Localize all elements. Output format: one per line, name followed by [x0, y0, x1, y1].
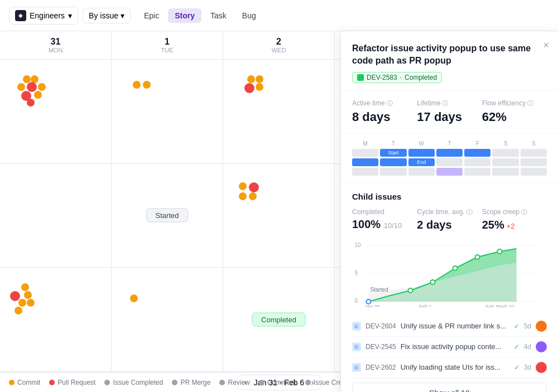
badge-icon: [357, 74, 364, 81]
issue-row-2: S DEV-2545 Fix issue activity popup cont…: [352, 337, 547, 357]
issue-days-3: 3d: [524, 364, 531, 371]
chart-svg: 10 5 0: [352, 240, 547, 307]
filter-dropdown[interactable]: By issue ▾: [83, 8, 131, 23]
filter-chevron-icon: ▾: [121, 11, 124, 20]
issue-check-2: ✓: [514, 343, 519, 351]
commit-dot: [9, 380, 15, 385]
info-icon-3: ⓘ: [527, 99, 533, 108]
svg-text:Feb 1: Feb 1: [419, 304, 432, 307]
lifetime-stat: Lifetime ⓘ 17 days: [417, 99, 482, 124]
issue-completed-label: Issue Completed: [113, 379, 163, 386]
comment-label: Comment: [267, 379, 296, 386]
issue-id-2: DEV-2545: [365, 343, 396, 351]
active-time-label: Active time: [352, 99, 385, 107]
cell-r3-c3: Completed: [223, 268, 335, 372]
issue-row-1: S DEV-2604 Unify issue & PR number link …: [352, 316, 547, 337]
svg-text:S: S: [355, 325, 358, 328]
lifetime-label: Lifetime: [417, 99, 440, 107]
tab-bug[interactable]: Bug: [235, 8, 263, 23]
child-issues-title: Child issues: [352, 192, 547, 201]
show-all-button[interactable]: Show all 10: [352, 383, 547, 392]
svg-point-7: [408, 288, 413, 293]
cell-r1-c3: [223, 60, 335, 164]
cell-r2-c2: Started: [112, 164, 223, 268]
popup-title: Refactor issue activity popup to use sam…: [352, 42, 547, 67]
timeline-section: M T W T F S S Start En: [341, 134, 558, 183]
flow-efficiency-value: 62%: [482, 110, 547, 124]
svg-point-9: [453, 266, 458, 270]
flow-efficiency-label: Flow efficiency: [482, 99, 526, 107]
flow-efficiency-stat: Flow efficiency ⓘ 62%: [482, 99, 547, 124]
active-time-value: 8 days: [352, 110, 417, 124]
review-label: Review: [228, 379, 249, 386]
team-dropdown-icon: ▾: [68, 11, 72, 20]
close-button[interactable]: ×: [543, 40, 549, 50]
issue-days-1: 5d: [524, 322, 531, 330]
tab-story[interactable]: Story: [168, 8, 201, 23]
legend-review: Review: [219, 379, 249, 386]
child-stats: Completed 100% 10/10 Cycle time, avg. ⓘ …: [352, 208, 547, 231]
issue-completed: Completed: [405, 74, 437, 81]
scope-creep-delta: +2: [507, 222, 515, 230]
cell-r2-c3: [223, 164, 335, 268]
issue-check-1: ✓: [514, 322, 519, 330]
issue-icon-1: S: [352, 322, 361, 331]
cell-r2-c1: [0, 164, 112, 268]
tab-task[interactable]: Task: [204, 8, 233, 23]
comment-dot: [259, 380, 264, 385]
active-time-stat: Active time ⓘ 8 days: [352, 99, 417, 124]
completed-stat: Completed 100% 10/10: [352, 208, 417, 231]
legend: Commit Pull Request Issue Completed PR M…: [0, 379, 364, 386]
filter-label: By issue: [89, 11, 118, 20]
issue-text-1: Unify issue & PR number link s...: [401, 322, 509, 330]
issue-text-3: Unify loading state UIs for iss...: [401, 363, 509, 371]
day-header-31: 31MON: [0, 31, 112, 60]
issue-text-2: Fix issue activity popup conte...: [401, 342, 509, 351]
issue-completed-dot: [104, 380, 110, 385]
issue-icon-3: S: [352, 363, 361, 372]
commit-label: Commit: [17, 379, 40, 386]
svg-text:Feb 8Feb 10: Feb 8Feb 10: [486, 304, 514, 307]
legend-issue-completed: Issue Completed: [104, 379, 163, 386]
cell-r3-c2: [112, 268, 223, 372]
issue-id-1: DEV-2604: [365, 322, 396, 330]
tab-epic[interactable]: Epic: [137, 8, 166, 23]
completed-count: 10/10: [384, 221, 402, 230]
lifetime-value: 17 days: [417, 110, 482, 124]
issue-id-3: DEV-2602: [365, 364, 396, 371]
cycle-time-stat: Cycle time, avg. ⓘ 2 days: [417, 208, 482, 231]
completed-stat-label: Completed: [352, 208, 384, 216]
issue-avatar-2: [536, 341, 547, 352]
issue-check-3: ✓: [514, 364, 519, 371]
issue-id: DEV-2583: [367, 74, 397, 81]
legend-commit: Commit: [9, 379, 40, 386]
pr-merge-label: PR Merge: [180, 379, 210, 386]
team-name: Engineers: [30, 11, 65, 20]
scope-creep-value: 25%: [482, 219, 504, 231]
cycle-time-label: Cycle time, avg.: [417, 208, 464, 216]
completed-label: Completed: [252, 313, 306, 327]
pull-request-dot: [49, 380, 55, 385]
child-issues-section: Child issues Completed 100% 10/10 Cycle …: [341, 183, 558, 392]
completed-pct: 100%: [352, 218, 381, 230]
cycle-time-value: 2 days: [417, 219, 482, 231]
issue-days-2: 4d: [524, 343, 531, 351]
issue-avatar-3: [536, 362, 547, 373]
issue-status: ·: [400, 74, 402, 81]
team-selector[interactable]: ◆ Engineers ▾: [9, 7, 78, 25]
scope-creep-label: Scope creep: [482, 208, 519, 216]
issue-status-badge: DEV-2583 · Completed: [352, 72, 442, 83]
review-dot: [219, 380, 225, 385]
filter-tabs: Epic Story Task Bug: [137, 8, 263, 23]
day-header-2: 2WED: [223, 31, 335, 60]
svg-text:10: 10: [355, 242, 362, 248]
legend-comment: Comment: [259, 379, 296, 386]
svg-text:Jan 25: Jan 25: [365, 304, 380, 307]
burnup-chart: 10 5 0: [352, 240, 547, 307]
svg-point-6: [367, 299, 371, 304]
svg-point-11: [498, 249, 502, 254]
started-label: Started: [146, 209, 189, 222]
svg-text:0: 0: [355, 298, 358, 304]
cell-r3-c1: [0, 268, 112, 372]
issue-row-3: S DEV-2602 Unify loading state UIs for i…: [352, 357, 547, 378]
